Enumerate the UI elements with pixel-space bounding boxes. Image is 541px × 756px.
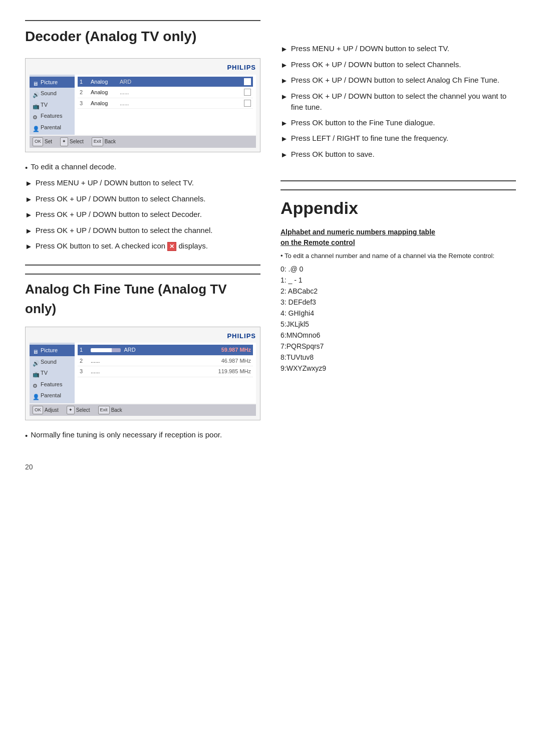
instruction-item: ► Press LEFT / RIGHT to fine tune the fr…: [281, 133, 516, 145]
instruction-item: ► Press OK + UP / DOWN button to select …: [25, 209, 260, 221]
finetune-right-list: ► Press MENU + UP / DOWN button to selec…: [281, 43, 516, 160]
instruction-item: ► Press MENU + UP / DOWN button to selec…: [281, 43, 516, 55]
finetune-right-instructions: ► Press MENU + UP / DOWN button to selec…: [281, 43, 516, 160]
sidebar-picture-2: 🖥 Picture: [30, 345, 75, 356]
list-item: 5:JKLjkl5: [281, 319, 516, 330]
page-number: 20: [25, 462, 260, 472]
sound-icon-2: 🔊: [33, 359, 39, 364]
instruction-item: ► Press OK + UP / DOWN button to select …: [281, 91, 516, 113]
sidebar-parental-2: 👤 Parental: [30, 390, 75, 401]
picture-icon: 🖥: [33, 80, 39, 85]
bullet-arrow: ►: [281, 75, 288, 87]
tv-icon-2: 📺: [33, 370, 39, 375]
sidebar-tv-2: 📺 TV: [30, 367, 75, 379]
sidebar-tv-1: 📺 TV: [30, 99, 75, 111]
instruction-item: • Normally fine tuning is only necessary…: [25, 429, 260, 442]
checked-icon: [167, 242, 176, 251]
list-item: 4: GHIghi4: [281, 308, 516, 319]
list-item: 2: ABCabc2: [281, 286, 516, 297]
appendix-mapping-list: 0: .@ 0 1: _ - 1 2: ABCabc2 3: DEFdef3 4…: [281, 264, 516, 374]
picture-icon-2: 🖥: [33, 348, 39, 353]
appendix-title: Appendix: [281, 189, 516, 221]
finetune-instructions: • Normally fine tuning is only necessary…: [25, 429, 260, 442]
features-icon-2: ⚙: [33, 382, 39, 387]
decoder-section-title: Decoder (Analog TV only): [25, 20, 260, 50]
section-divider: [25, 265, 260, 266]
instruction-item: ► Press OK button to set. A checked icon…: [25, 240, 260, 253]
bullet-arrow: ►: [281, 60, 288, 71]
decoder-instructions: • To edit a channel decode. ► Press MENU…: [25, 161, 260, 253]
list-item: 7:PQRSpqrs7: [281, 341, 516, 352]
parental-icon-2: 👤: [33, 393, 39, 398]
finetune-row-2: 2 ...... 46.987 MHz: [78, 356, 253, 367]
list-item: 1: _ - 1: [281, 275, 516, 286]
decoder-menu-main: 1 Analog ARD 2 Analog ...... 3 Analog: [75, 75, 256, 135]
features-icon: ⚙: [33, 113, 39, 118]
instruction-item: ► Press OK button to save.: [281, 149, 516, 161]
brand-logo-2: PHILIPS: [30, 331, 256, 341]
appendix-intro: • To edit a channel number and name of a…: [281, 251, 516, 261]
list-item: 8:TUVtuv8: [281, 352, 516, 363]
finetune-menu-screenshot: PHILIPS 🖥 Picture 🔊 Sound 📺 TV: [25, 327, 260, 421]
decoder-row-3: 3 Analog ......: [78, 98, 253, 109]
finetune-menu-main: 1 ARD 59.987 MHz 2 ...... 46.987 MHz: [75, 343, 256, 403]
bullet-arrow: ►: [281, 149, 288, 161]
bullet-arrow: ►: [281, 133, 288, 145]
tv-icon: 📺: [33, 102, 39, 107]
appendix-subtitle: Alphabet and numeric numbers mapping tab…: [281, 227, 516, 248]
left-column: Decoder (Analog TV only) PHILIPS 🖥 Pictu…: [25, 20, 260, 472]
bullet-arrow: ►: [25, 241, 33, 253]
instruction-item: ► Press OK + UP / DOWN button to select …: [281, 59, 516, 71]
sidebar-sound-1: 🔊 Sound: [30, 88, 75, 99]
instruction-item: ► Press OK button to the Fine Tune dialo…: [281, 117, 516, 129]
bullet-dot: •: [25, 430, 28, 442]
bullet-arrow: ►: [25, 225, 33, 237]
sidebar-sound-2: 🔊 Sound: [30, 356, 75, 368]
right-column: ► Press MENU + UP / DOWN button to selec…: [281, 20, 516, 472]
list-item: 9:WXYZwxyz9: [281, 363, 516, 374]
finetune-row-1: 1 ARD 59.987 MHz: [78, 345, 253, 356]
instruction-item: ► Press OK + UP / DOWN button to select …: [281, 75, 516, 87]
finetune-menu-bar: OK Adjust ✦ Select Exit Back: [30, 404, 256, 416]
bullet-arrow: ►: [25, 178, 33, 189]
instruction-item: • To edit a channel decode.: [25, 161, 260, 174]
bullet-dot: •: [25, 162, 28, 174]
bullet-arrow: ►: [25, 209, 33, 221]
parental-icon: 👤: [33, 125, 39, 130]
decoder-menu-bar: OK Set ✦ Select Exit Back: [30, 136, 256, 148]
bullet-arrow: ►: [281, 44, 288, 55]
bullet-arrow: ►: [25, 194, 33, 205]
sidebar-picture-1: 🖥 Picture: [30, 77, 75, 88]
sidebar-features-1: ⚙ Features: [30, 110, 75, 122]
finetune-menu-sidebar: 🖥 Picture 🔊 Sound 📺 TV ⚙ Features: [30, 343, 75, 403]
decoder-menu-sidebar: 🖥 Picture 🔊 Sound 📺 TV ⚙ Features: [30, 75, 75, 135]
decoder-menu-screenshot: PHILIPS 🖥 Picture 🔊 Sound 📺 TV: [25, 58, 260, 152]
decoder-row-2: 2 Analog ......: [78, 87, 253, 98]
list-item: 3: DEFdef3: [281, 297, 516, 308]
instruction-item: ► Press OK + UP / DOWN button to select …: [25, 193, 260, 205]
list-item: 0: .@ 0: [281, 264, 516, 275]
finetune-progress-bar: [91, 348, 121, 352]
finetune-row-3: 3 ...... 119.985 MHz: [78, 366, 253, 377]
sidebar-features-2: ⚙ Features: [30, 379, 75, 390]
decoder-row-1: 1 Analog ARD: [78, 77, 253, 88]
instruction-item: ► Press OK + UP / DOWN button to select …: [25, 225, 260, 237]
instruction-item: ► Press MENU + UP / DOWN button to selec…: [25, 177, 260, 189]
bullet-arrow: ►: [281, 118, 288, 129]
appendix-divider: [281, 180, 516, 181]
brand-logo-1: PHILIPS: [30, 63, 256, 73]
bullet-arrow: ►: [281, 91, 288, 103]
sound-icon: 🔊: [33, 91, 39, 96]
finetune-section-title: Analog Ch Fine Tune (Analog TV only): [25, 274, 260, 319]
list-item: 6:MNOmno6: [281, 330, 516, 341]
sidebar-parental-1: 👤 Parental: [30, 122, 75, 133]
